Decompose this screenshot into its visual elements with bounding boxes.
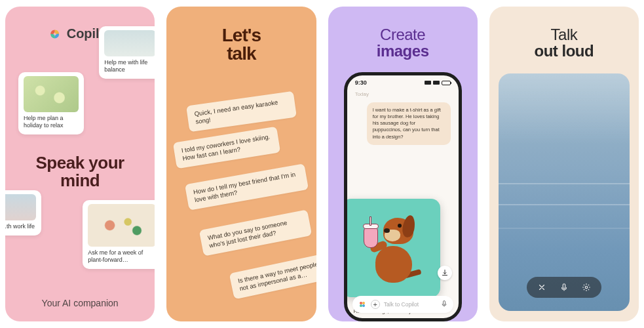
date-label: Today <box>347 90 459 98</box>
suggestion-card-life-balance[interactable]: Help me with life balance <box>99 26 155 79</box>
suggestion-card-holiday[interactable]: Help me plan a holiday to relax <box>18 72 84 134</box>
card-text: Help me with life balance <box>104 59 155 73</box>
status-bar: 9:30 <box>347 75 459 90</box>
mic-icon[interactable] <box>558 281 570 293</box>
card-text: Help me plan a holiday to relax <box>24 115 79 129</box>
download-button[interactable] <box>438 266 452 280</box>
headline: Speak yourmind <box>5 154 155 190</box>
prompt-chip[interactable]: Quick, I need an easy karaoke song! <box>186 91 297 132</box>
card-thumbnail <box>24 76 79 112</box>
svg-point-0 <box>360 302 362 304</box>
user-message-bubble: I want to make a t-shirt as a gift for m… <box>367 102 451 145</box>
card-thumbnail <box>5 194 36 220</box>
headline: Let'stalk <box>166 26 316 63</box>
status-icons <box>425 81 451 85</box>
generated-image[interactable] <box>344 199 440 297</box>
tagline: Your AI companion <box>5 298 155 308</box>
card-thumbnail <box>88 204 155 247</box>
card-text: …th work life <box>5 223 36 230</box>
voice-mode-background <box>499 73 630 311</box>
suggestion-card-plant-forward[interactable]: Ask me for a week of plant-forward… <box>83 200 155 269</box>
phone-mockup: 9:30 Today I want to make a t-shirt as a… <box>344 72 462 321</box>
add-button[interactable]: + <box>371 300 380 309</box>
mic-icon[interactable] <box>440 300 448 309</box>
download-icon <box>441 269 449 277</box>
screenshot-panel-speak-your-mind: Copilot Help me with life balance Help m… <box>5 7 155 321</box>
copilot-logo-icon <box>48 27 63 41</box>
voice-controls <box>527 277 601 298</box>
screenshot-panel-lets-talk: Let'stalk Quick, I need an easy karaoke … <box>166 7 316 321</box>
wifi-icon <box>433 81 440 85</box>
svg-point-6 <box>585 286 588 289</box>
screenshot-panel-create-images: Createimages 9:30 Today I want to make a… <box>328 7 478 321</box>
dog-illustration <box>360 214 422 283</box>
screenshot-panel-talk-out-loud: Talkout loud <box>489 7 639 321</box>
svg-point-3 <box>360 304 362 307</box>
prompt-chip[interactable]: I told my coworkers I love skiing. How f… <box>173 127 280 169</box>
battery-icon <box>442 81 451 85</box>
headline: Createimages <box>328 26 478 59</box>
svg-point-1 <box>362 302 365 304</box>
headline: Talkout loud <box>489 26 639 59</box>
close-icon[interactable] <box>536 281 548 293</box>
settings-icon[interactable] <box>580 281 592 293</box>
svg-rect-4 <box>443 301 445 305</box>
copilot-mini-icon[interactable] <box>358 300 367 309</box>
suggestion-card-work-life[interactable]: …th work life <box>5 190 41 236</box>
card-thumbnail <box>104 30 155 56</box>
prompt-chip[interactable]: How do I tell my best friend that I'm in… <box>185 163 309 210</box>
card-text: Ask me for a week of plant-forward… <box>88 249 155 264</box>
svg-point-2 <box>362 304 365 307</box>
chat-input-bar[interactable]: + Talk to Copilot <box>352 296 453 313</box>
signal-icon <box>425 81 431 85</box>
status-time: 9:30 <box>355 79 367 86</box>
svg-rect-5 <box>563 284 565 289</box>
prompt-chip[interactable]: Is there a way to meet people not as imp… <box>229 252 316 300</box>
chat-input-placeholder[interactable]: Talk to Copilot <box>384 301 436 308</box>
prompt-chip[interactable]: What do you say to someone who's just lo… <box>199 209 312 256</box>
